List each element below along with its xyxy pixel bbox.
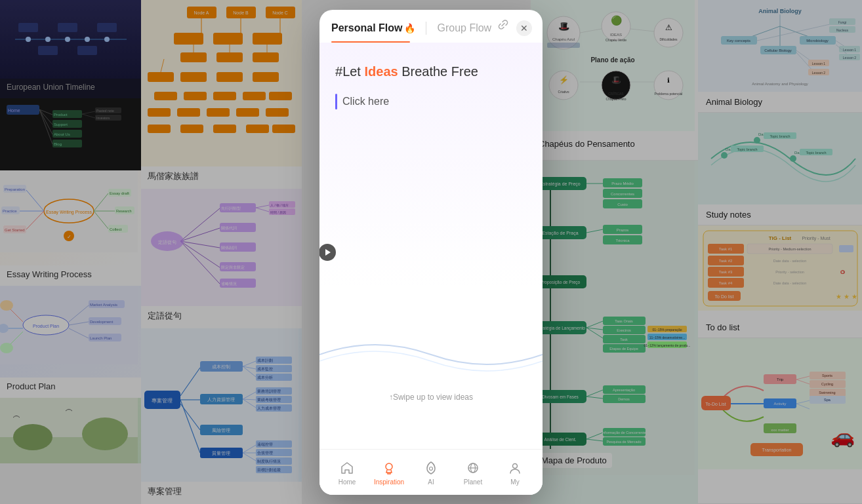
link-icon[interactable] xyxy=(497,18,510,35)
planet-icon xyxy=(464,459,482,476)
tagline-let: Let xyxy=(342,64,364,79)
home-icon xyxy=(339,459,356,476)
cta-bar xyxy=(335,94,337,109)
my-label: My xyxy=(510,478,519,486)
ai-icon xyxy=(422,459,440,476)
tab-separator xyxy=(426,22,426,35)
nav-ai[interactable]: AI xyxy=(410,454,452,491)
svg-point-362 xyxy=(386,463,392,470)
svg-point-363 xyxy=(430,467,433,470)
nav-inspiration[interactable]: Inspiration xyxy=(368,454,410,491)
cta-text[interactable]: Click here xyxy=(342,96,389,107)
nav-planet[interactable]: Planet xyxy=(452,454,494,491)
group-flow-tab[interactable]: Group Flow xyxy=(437,22,491,34)
tagline-hash: # xyxy=(335,64,342,79)
my-icon xyxy=(506,459,523,476)
svg-point-367 xyxy=(513,463,518,468)
personal-flow-emoji: 🔥 xyxy=(404,23,415,33)
modal-overlay[interactable]: Personal Flow 🔥 Group Flow ✕ xyxy=(0,0,862,504)
tagline-rest: Breathe Free xyxy=(398,64,478,79)
nav-home[interactable]: Home xyxy=(326,454,368,491)
modal-dialog: Personal Flow 🔥 Group Flow ✕ xyxy=(319,10,543,495)
modal-header: Personal Flow 🔥 Group Flow ✕ xyxy=(319,10,543,43)
modal-close-button[interactable]: ✕ xyxy=(516,20,532,36)
modal-content: #Let Ideas Breathe Free Click here ↑Swip… xyxy=(319,43,543,449)
inspiration-label: Inspiration xyxy=(374,478,404,486)
planet-label: Planet xyxy=(464,478,482,486)
tagline-ideas: Ideas xyxy=(364,64,398,79)
bottom-navigation: Home Inspiration xyxy=(319,449,543,495)
nav-my[interactable]: My xyxy=(494,454,536,491)
modal-hero: #Let Ideas Breathe Free Click here xyxy=(319,43,543,123)
close-icon: ✕ xyxy=(520,23,528,33)
ai-label: AI xyxy=(428,478,434,486)
group-flow-label: Group Flow xyxy=(437,22,491,33)
hero-tagline: #Let Ideas Breathe Free xyxy=(335,62,527,81)
wave-decoration xyxy=(319,328,543,383)
inspiration-icon xyxy=(380,459,398,476)
hero-cta: Click here xyxy=(335,94,527,109)
swipe-hint: ↑Swipe up to view ideas xyxy=(319,393,543,402)
personal-flow-tab[interactable]: Personal Flow 🔥 xyxy=(331,22,415,34)
personal-flow-label: Personal Flow xyxy=(331,22,402,34)
modal-play-button[interactable] xyxy=(319,244,336,261)
home-label: Home xyxy=(339,478,356,486)
